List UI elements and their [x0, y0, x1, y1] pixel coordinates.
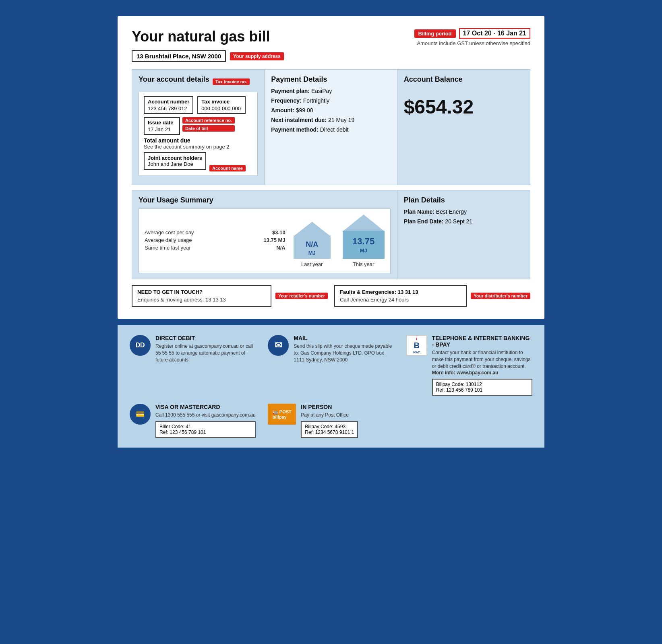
- bpay-icon: i B PAY: [406, 335, 427, 356]
- last-year-label-big: N/A: [306, 240, 318, 249]
- visa-item: 💳 VISA OR MASTERCARD Call 1300 555 555 o…: [130, 404, 256, 438]
- post-icon: 🏣 POSTbillpay: [268, 404, 296, 425]
- account-balance-amount: $654.32: [404, 96, 523, 118]
- billing-dates: 17 Oct 20 - 16 Jan 21: [459, 28, 530, 39]
- usage-visuals: N/A MJ Last year 13.75: [294, 215, 385, 267]
- tax-invoice-field: Tax invoice 000 000 000 000: [197, 96, 246, 114]
- frequency-label: Frequency:: [271, 97, 301, 104]
- next-due-value: 21 May 19: [328, 117, 354, 123]
- avg-daily-row: Average daily usage 13.75 MJ: [145, 237, 285, 243]
- last-year-value: N/A: [276, 245, 285, 251]
- account-number-value: 123 456 789 012: [148, 105, 189, 111]
- visa-content: VISA OR MASTERCARD Call 1300 555 555 or …: [155, 404, 256, 438]
- last-year-house: N/A MJ Last year: [294, 222, 331, 267]
- bpay-item: i B PAY TELEPHONE & INTERNET BANKING - B…: [406, 335, 532, 396]
- bpay-icon-i: i: [416, 336, 417, 341]
- outer-container: Your natural gas bill Billing period 17 …: [110, 8, 552, 456]
- joint-holders-value: John and Jane Doe: [148, 161, 202, 167]
- usage-stats: Average cost per day $3.10 Average daily…: [145, 229, 285, 252]
- retailer-badge: Your retailer's number: [275, 293, 328, 299]
- usage-title: Your Usage Summary: [139, 196, 391, 204]
- bottom-sections: Your Usage Summary Average cost per day …: [132, 190, 530, 279]
- badges-col: Account reference no. Date of bill: [182, 117, 235, 132]
- this-year-label-big: 13.75: [352, 236, 374, 247]
- issue-row: Issue date 17 Jan 21 Account reference n…: [144, 117, 252, 135]
- footer-section: DD DIRECT DEBIT Register online at gasco…: [118, 325, 544, 448]
- joint-holders-field: Joint account holders John and Jane Doe: [144, 152, 206, 170]
- acct-details-header: Your account details Tax Invoice no.: [139, 75, 258, 88]
- plan-name-line: Plan Name: Best Energy: [404, 208, 523, 215]
- tax-invoice-value: 000 000 000 000: [201, 105, 242, 111]
- account-balance-panel: Account Balance $654.32: [397, 70, 530, 185]
- plan-details-title: Plan Details: [404, 196, 523, 204]
- in-person-title: IN PERSON: [301, 404, 358, 410]
- distributor-contact-area: Faults & Emergencies: 13 31 13 Call Jeme…: [334, 285, 530, 307]
- billing-period-row: Billing period 17 Oct 20 - 16 Jan 21: [414, 28, 531, 39]
- account-details-panel: Your account details Tax Invoice no. Acc…: [132, 70, 265, 185]
- account-name-badge: Account name: [209, 165, 246, 171]
- retailer-contact-box: NEED TO GET IN TOUCH? Enquiries & moving…: [132, 285, 271, 307]
- visa-icon: 💳: [130, 404, 151, 425]
- account-number-field: Account number 123 456 789 012: [144, 96, 193, 114]
- main-card: Your natural gas bill Billing period 17 …: [118, 16, 544, 319]
- gst-note: Amounts include GST unless otherwise spe…: [414, 40, 531, 46]
- direct-debit-title: DIRECT DEBIT: [155, 335, 256, 341]
- this-year-label-mj: MJ: [360, 248, 367, 254]
- avg-cost-row: Average cost per day $3.10: [145, 229, 285, 235]
- distributor-title: Faults & Emergencies: 13 31 13: [340, 289, 461, 295]
- bpay-code2: Ref: 123 456 789 101: [436, 387, 528, 393]
- last-year-label: Same time last year: [145, 245, 191, 251]
- bpay-text: Contact your bank or financial instituti…: [432, 349, 532, 369]
- payment-details-panel: Payment Details Payment plan: EasiPay Fr…: [265, 70, 397, 185]
- retailer-detail: Enquiries & moving address: 13 13 13: [137, 297, 266, 303]
- in-person-content: IN PERSON Pay at any Post Office Billpay…: [301, 404, 358, 438]
- this-year-house: 13.75 MJ This year: [343, 215, 385, 267]
- payment-plan-line: Payment plan: EasiPay: [271, 88, 390, 94]
- usage-inner: Average cost per day $3.10 Average daily…: [139, 208, 391, 273]
- issue-date-value: 17 Jan 21: [148, 126, 176, 132]
- in-person-code-box: Billpay Code: 4593 Ref: 1234 5678 9101 1: [301, 421, 358, 438]
- plan-end-value: 20 Sept 21: [445, 218, 472, 225]
- amount-line: Amount: $99.00: [271, 107, 390, 114]
- this-year-house-icon: 13.75 MJ: [343, 215, 385, 259]
- frequency-line: Frequency: Fortnightly: [271, 97, 390, 104]
- plan-end-label: Plan End Date:: [404, 218, 444, 225]
- mail-title: MAIL: [294, 335, 394, 341]
- distributor-detail: Call Jemena Energy 24 hours: [340, 297, 461, 303]
- title-area: Your natural gas bill: [132, 28, 270, 45]
- mail-item: ✉ MAIL Send this slip with your cheque m…: [268, 335, 394, 396]
- total-due-sub: See the account summary on page 2: [144, 144, 252, 150]
- joint-row: Joint account holders John and Jane Doe …: [144, 152, 252, 171]
- bpay-title: TELEPHONE & INTERNET BANKING - BPAY: [432, 335, 532, 348]
- distributor-contact-box: Faults & Emergencies: 13 31 13 Call Jeme…: [334, 285, 467, 307]
- method-value: Direct debit: [320, 126, 349, 133]
- avg-daily-label: Average daily usage: [145, 237, 192, 243]
- next-due-label: Next instalment due:: [271, 117, 327, 123]
- last-year-caption: Last year: [301, 261, 323, 267]
- bpay-code-box: Billpay Code: 130112 Ref: 123 456 789 10…: [432, 379, 532, 396]
- method-label: Payment method:: [271, 126, 318, 133]
- visa-code1: Biller Code: 41: [159, 424, 252, 429]
- account-number-label: Account number: [148, 99, 189, 105]
- plan-details-panel: Plan Details Plan Name: Best Energy Plan…: [397, 190, 530, 279]
- issue-date-field: Issue date 17 Jan 21: [144, 117, 180, 135]
- plan-name-value: Best Energy: [436, 208, 467, 215]
- date-of-bill-badge: Date of bill: [182, 125, 235, 132]
- avg-cost-value: $3.10: [272, 229, 285, 235]
- in-person-code1: Billpay Code: 4593: [305, 424, 354, 429]
- direct-debit-text: Register online at gascompany.com.au or …: [155, 343, 256, 363]
- avg-cost-label: Average cost per day: [145, 229, 194, 235]
- payment-details-title: Payment Details: [271, 75, 390, 84]
- visa-text: Call 1300 555 555 or visit gascompany.co…: [155, 412, 256, 419]
- bpay-more-info: More info: www.bpay.com.au: [432, 369, 532, 376]
- visa-code2: Ref: 123 456 789 101: [159, 429, 252, 435]
- bpay-icon-pay: PAY: [413, 350, 420, 354]
- direct-debit-item: DD DIRECT DEBIT Register online at gasco…: [130, 335, 256, 396]
- page-title: Your natural gas bill: [132, 28, 270, 45]
- address-row: 13 Brushtail Place, NSW 2000 Your supply…: [132, 50, 530, 62]
- last-year-house-icon: N/A MJ: [294, 222, 331, 259]
- visa-code-box: Biller Code: 41 Ref: 123 456 789 101: [155, 421, 256, 438]
- issue-date-label: Issue date: [148, 120, 176, 126]
- in-person-text: Pay at any Post Office: [301, 412, 358, 419]
- billing-period-badge: Billing period: [414, 29, 456, 38]
